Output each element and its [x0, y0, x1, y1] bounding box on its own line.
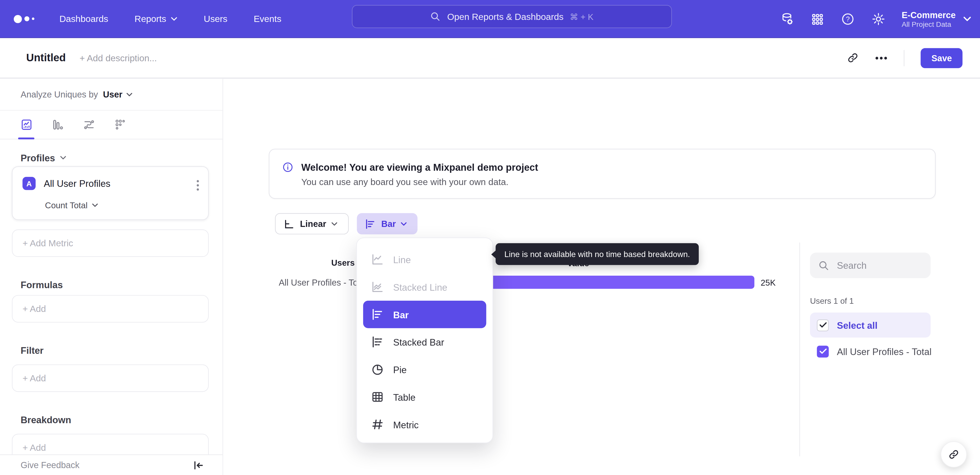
svg-text:?: ?	[846, 15, 850, 23]
save-button[interactable]: Save	[921, 48, 963, 68]
data-management-icon[interactable]	[780, 12, 794, 26]
bar-chart-icon	[364, 218, 376, 230]
line-chart-icon	[371, 252, 384, 266]
menu-item-pie[interactable]: Pie	[363, 355, 486, 383]
report-toolbar: Untitled + Add description... Save	[0, 38, 980, 79]
panel-divider	[799, 242, 800, 456]
table-icon	[371, 390, 384, 404]
retention-icon	[113, 118, 126, 131]
nav-reports[interactable]: Reports	[135, 14, 177, 24]
chart-type-menu: Line Stacked Line Bar Stacked Bar Pie Ta…	[356, 238, 493, 443]
tab-retention[interactable]	[104, 118, 135, 131]
project-switcher[interactable]: E-Commerce All Project Data	[902, 10, 971, 28]
info-icon	[283, 162, 293, 172]
project-name: E-Commerce	[902, 10, 956, 21]
pie-chart-icon	[371, 362, 384, 376]
tab-flows[interactable]	[73, 118, 104, 131]
copy-link-icon[interactable]	[847, 52, 859, 64]
menu-item-stacked-bar[interactable]: Stacked Bar	[363, 328, 486, 356]
scale-selector[interactable]: Linear	[275, 213, 349, 234]
filter-section-header: Filter	[21, 345, 44, 356]
report-title[interactable]: Untitled	[26, 51, 66, 64]
analyze-row: Analyze Uniques by User	[0, 79, 223, 111]
chart-type-selector[interactable]: Bar	[357, 213, 417, 234]
collapse-sidebar-icon[interactable]	[193, 461, 204, 470]
banner-title: Welcome! You are viewing a Mixpanel demo…	[301, 162, 538, 173]
stacked-bar-chart-icon	[371, 335, 384, 349]
chevron-down-icon	[126, 92, 132, 96]
line-disabled-tooltip: Line is not available with no time based…	[496, 243, 699, 265]
tooltip-arrow	[491, 250, 496, 258]
linear-scale-icon	[283, 218, 295, 230]
series-row[interactable]: All User Profiles - Total	[810, 341, 948, 361]
tab-funnels[interactable]	[42, 118, 73, 131]
search-shortcut: ⌘ + K	[570, 11, 593, 21]
search-icon	[818, 260, 829, 271]
series-search[interactable]	[810, 252, 931, 278]
series-count: Users 1 of 1	[810, 296, 854, 306]
flows-icon	[82, 118, 95, 131]
check-icon	[819, 348, 826, 354]
aggregation-selector[interactable]: Count Total	[45, 201, 98, 210]
metric-card[interactable]: A All User Profiles Count Total	[12, 166, 209, 220]
menu-item-line[interactable]: Line	[363, 245, 486, 273]
metric-hash-icon	[371, 418, 384, 431]
add-description-field[interactable]: + Add description...	[80, 53, 157, 63]
menu-item-metric[interactable]: Metric	[363, 411, 486, 438]
formulas-section-header: Formulas	[21, 279, 63, 290]
add-metric-button[interactable]: + Add Metric	[12, 230, 209, 257]
toolbar-divider	[904, 50, 904, 66]
series-checkbox[interactable]	[817, 345, 829, 357]
settings-gear-icon[interactable]	[871, 12, 885, 26]
link-icon	[948, 449, 959, 460]
tab-insights[interactable]	[11, 118, 42, 131]
profiles-section-header[interactable]: Profiles	[21, 153, 66, 163]
more-options-icon[interactable]	[875, 56, 888, 60]
nav-events[interactable]: Events	[254, 14, 282, 24]
add-formula-button[interactable]: + Add	[12, 295, 209, 323]
query-sidebar: Analyze Uniques by User	[0, 79, 223, 475]
select-all-label: Select all	[837, 320, 877, 330]
mixpanel-logo-icon[interactable]	[14, 15, 35, 23]
check-icon	[819, 322, 826, 328]
search-placeholder: Open Reports & Dashboards	[447, 11, 563, 21]
menu-item-bar[interactable]: Bar	[363, 301, 486, 328]
share-link-fab[interactable]	[941, 441, 967, 468]
chevron-down-icon	[963, 16, 971, 22]
chevron-down-icon	[60, 156, 66, 160]
breakdown-section-header: Breakdown	[21, 414, 71, 425]
give-feedback-link[interactable]: Give Feedback	[21, 460, 80, 470]
stacked-line-chart-icon	[371, 280, 384, 294]
project-scope: All Project Data	[902, 21, 956, 28]
select-all-checkbox[interactable]	[817, 319, 829, 331]
metric-menu-icon[interactable]	[196, 179, 199, 191]
select-all-row[interactable]: Select all	[810, 312, 931, 338]
bar-chart-icon	[371, 308, 384, 321]
nav-right-cluster: ? E-Commerce All Project Data	[780, 0, 971, 38]
funnels-icon	[51, 118, 64, 131]
mixpanel-app: Dashboards Reports Users Events Open Rep…	[0, 0, 980, 475]
analyze-label: Analyze Uniques by	[21, 89, 98, 99]
top-nav: Dashboards Reports Users Events Open Rep…	[0, 0, 980, 38]
chevron-down-icon	[401, 222, 407, 226]
sidebar-footer: Give Feedback	[0, 454, 223, 475]
add-filter-button[interactable]: + Add	[12, 365, 209, 392]
nav-dashboards[interactable]: Dashboards	[59, 14, 108, 24]
report-type-tabs	[0, 110, 223, 139]
analyze-entity-selector[interactable]: User	[103, 89, 132, 99]
banner-subtitle: You can use any board you see with your …	[301, 177, 508, 187]
series-search-input[interactable]	[835, 259, 919, 271]
metric-badge: A	[22, 177, 35, 190]
tooltip-text: Line is not available with no time based…	[504, 249, 690, 259]
global-search-input[interactable]: Open Reports & Dashboards ⌘ + K	[352, 5, 672, 28]
nav-users[interactable]: Users	[204, 14, 228, 24]
chevron-down-icon	[170, 17, 177, 21]
help-icon[interactable]: ?	[840, 12, 855, 26]
chart-bar-value: 25K	[760, 278, 776, 288]
menu-item-table[interactable]: Table	[363, 383, 486, 411]
metric-name: All User Profiles	[44, 178, 110, 189]
apps-grid-icon[interactable]	[810, 12, 824, 26]
search-icon	[430, 11, 441, 22]
menu-item-stacked-line[interactable]: Stacked Line	[363, 273, 486, 301]
column-header-users: Users	[331, 258, 355, 268]
